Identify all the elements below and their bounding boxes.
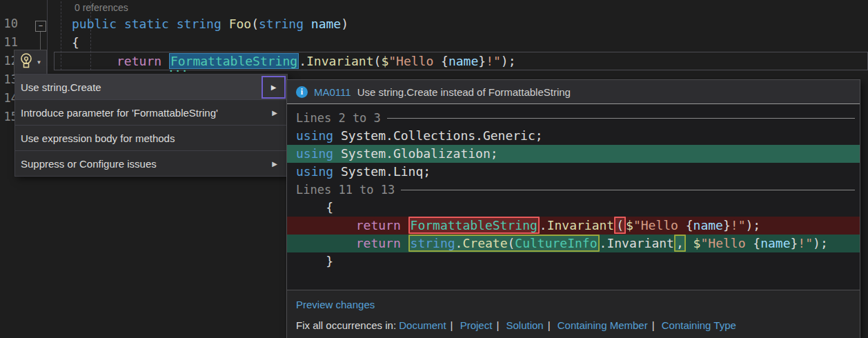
code-token: . (455, 236, 463, 250)
code-fold-toggle[interactable]: − (35, 21, 46, 32)
code-token: using (296, 128, 333, 143)
highlight-box-red: FormattableString (408, 217, 540, 234)
code-token: !" (798, 236, 813, 250)
lightbulb-icon (19, 52, 33, 72)
menu-item-introduce-parameter[interactable]: Introduce parameter for 'FormattableStri… (15, 100, 287, 125)
code-token: ); (745, 218, 760, 232)
code-token: { (441, 54, 448, 68)
code-token: Foo (229, 17, 252, 31)
code-token: $ (693, 236, 701, 250)
code-token: ( (616, 218, 624, 232)
code-token (169, 17, 177, 31)
rule-line (401, 190, 855, 190)
lines-range-text: Lines 11 to 13 (296, 181, 395, 199)
code-token: { (72, 35, 79, 50)
editor-code-line-12: return FormattableString.Invariant($"Hel… (72, 52, 516, 70)
code-token: using (296, 164, 333, 179)
menu-item-use-string-create[interactable]: Use string.Create ▶ (15, 74, 287, 99)
code-token: !" (731, 218, 746, 232)
line-number: 11 (0, 33, 18, 52)
code-token (401, 236, 408, 250)
code-token: FormattableString (411, 218, 537, 232)
diff-row-add: return string.Create(CultureInfo.Invaria… (287, 235, 860, 252)
code-token: CultureInfo (515, 236, 597, 250)
menu-item-label: Use string.Create (21, 81, 101, 93)
code-token: string (259, 17, 304, 31)
code-token: using (296, 146, 333, 161)
fix-all-solution-link[interactable]: Solution (506, 319, 543, 331)
code-token: System.Collections.Generic; (333, 128, 542, 143)
code-token: name (760, 236, 790, 250)
code-token: { (753, 236, 760, 250)
fix-all-containing-member-link[interactable]: Containing Member (558, 319, 648, 331)
fix-all-document-link[interactable]: Document (399, 319, 446, 331)
code-row: using System.Collections.Generic; (287, 127, 860, 145)
changed-lines-bar (29, 0, 34, 50)
preview-changes-link[interactable]: Preview changes (296, 299, 375, 310)
fix-preview-panel: i MA0111 Use string.Create instead of Fo… (286, 79, 860, 338)
code-token: Invariant (306, 54, 374, 68)
lines-range-text: Lines 2 to 3 (296, 109, 381, 127)
diff-section-body: { return FormattableString.Invariant($"H… (287, 199, 860, 270)
code-row: { (287, 199, 860, 217)
code-token: string (411, 236, 455, 250)
highlight-box-green: string.Create(CultureInfo (408, 235, 600, 252)
separator-pipe: | (652, 319, 655, 331)
code-token: return (356, 218, 401, 232)
separator-pipe: | (548, 319, 551, 331)
code-token (296, 218, 356, 232)
menu-item-label: Introduce parameter for 'FormattableStri… (21, 107, 218, 119)
code-token: Invariant (547, 218, 615, 232)
code-token: static (124, 17, 169, 31)
code-token: "Hello (700, 236, 753, 250)
lines-range-label: Lines 2 to 3 (287, 109, 860, 127)
code-token: ); (501, 54, 516, 68)
menu-item-label: Suppress or Configure issues (21, 158, 157, 170)
diagnostic-title: Use string.Create instead of Formattable… (357, 86, 571, 98)
code-token: name (693, 218, 723, 232)
diagnostic-code-link[interactable]: MA0111 (314, 86, 351, 98)
code-token (117, 17, 124, 31)
code-row: } (287, 252, 860, 270)
code-token (221, 17, 229, 31)
code-token: System.Globalization; (333, 146, 497, 161)
highlight-box-red: ( (614, 217, 626, 234)
code-token: . (299, 54, 306, 68)
code-token: } (723, 218, 731, 232)
code-token: ) (341, 17, 348, 31)
codelens-references[interactable]: 0 references (75, 2, 128, 13)
code-token: ( (251, 17, 259, 31)
diff-row-addline: using System.Globalization; (287, 145, 860, 163)
code-token: . (540, 218, 547, 232)
code-token (686, 236, 693, 250)
code-token: return (356, 236, 401, 250)
code-token (401, 218, 408, 232)
menu-item-use-expression-body[interactable]: Use expression body for methods (15, 126, 287, 150)
code-token: { (686, 218, 693, 232)
code-token: FormattableString (170, 54, 297, 68)
chevron-right-icon: ▶ (272, 109, 277, 117)
separator-pipe: | (496, 319, 499, 331)
line-number: 10 (0, 14, 18, 33)
code-token: name (311, 17, 341, 31)
code-token: $ (626, 218, 633, 232)
code-token: name (448, 54, 478, 68)
suggestion-dots: ... (168, 63, 188, 74)
quick-actions-button[interactable]: ▼ (14, 50, 47, 74)
code-token: System.Linq; (333, 164, 431, 179)
code-token: ( (507, 236, 515, 250)
submenu-arrow-button[interactable]: ▶ (262, 76, 286, 99)
fix-all-project-link[interactable]: Project (460, 319, 493, 331)
menu-item-suppress-configure[interactable]: Suppress or Configure issues ▶ (15, 151, 287, 176)
info-icon: i (296, 86, 308, 98)
gutter-divider (47, 0, 48, 74)
panel-footer: Preview changes Fix all occurrences in: … (287, 290, 860, 338)
code-token: } (478, 54, 486, 68)
fix-all-containing-type-link[interactable]: Containing Type (662, 319, 736, 331)
code-token: Create (462, 236, 507, 250)
code-token: $ (381, 54, 388, 68)
vs-editor-screen: 10 11 12 13 14 15 − 0 references public … (0, 0, 868, 338)
chevron-right-icon: ▶ (272, 160, 277, 168)
editor-code-line-10: public static string Foo(string name) (72, 14, 348, 33)
code-token: public (72, 17, 117, 31)
